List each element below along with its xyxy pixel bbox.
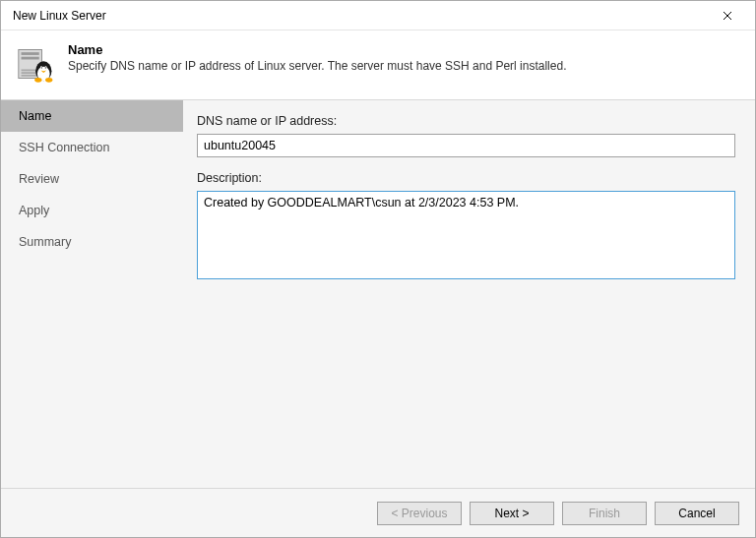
finish-button: Finish <box>562 502 647 525</box>
dns-input[interactable] <box>197 134 735 157</box>
svg-rect-1 <box>22 52 39 55</box>
wizard-window: New Linux Server <box>0 0 756 538</box>
dns-label: DNS name or IP address: <box>197 114 735 128</box>
header-subtitle: Specify DNS name or IP address of Linux … <box>68 59 739 73</box>
svg-point-13 <box>45 78 52 83</box>
svg-rect-2 <box>22 57 39 60</box>
window-title: New Linux Server <box>13 9 708 23</box>
header-title: Name <box>68 42 739 57</box>
wizard-content: DNS name or IP address: Description: <box>183 100 755 488</box>
header-text: Name Specify DNS name or IP address of L… <box>68 42 739 73</box>
close-icon <box>723 11 732 21</box>
wizard-header: Name Specify DNS name or IP address of L… <box>1 30 755 99</box>
sidebar-item-ssh[interactable]: SSH Connection <box>1 132 183 163</box>
sidebar-item-name[interactable]: Name <box>1 100 183 132</box>
previous-button: < Previous <box>377 502 462 525</box>
server-linux-icon <box>17 42 56 86</box>
wizard-footer: < Previous Next > Finish Cancel <box>1 488 755 537</box>
wizard-body: Name SSH Connection Review Apply Summary… <box>1 99 755 488</box>
next-button[interactable]: Next > <box>470 502 554 525</box>
close-button[interactable] <box>708 2 747 30</box>
wizard-sidebar: Name SSH Connection Review Apply Summary <box>1 100 183 488</box>
cancel-button[interactable]: Cancel <box>655 502 739 525</box>
svg-point-11 <box>45 67 46 68</box>
svg-point-10 <box>41 67 42 68</box>
svg-point-12 <box>34 78 41 83</box>
sidebar-item-summary[interactable]: Summary <box>1 226 183 258</box>
titlebar: New Linux Server <box>1 1 755 30</box>
sidebar-item-review[interactable]: Review <box>1 163 183 195</box>
description-input[interactable] <box>197 191 735 279</box>
description-label: Description: <box>197 171 735 185</box>
sidebar-item-apply[interactable]: Apply <box>1 195 183 226</box>
